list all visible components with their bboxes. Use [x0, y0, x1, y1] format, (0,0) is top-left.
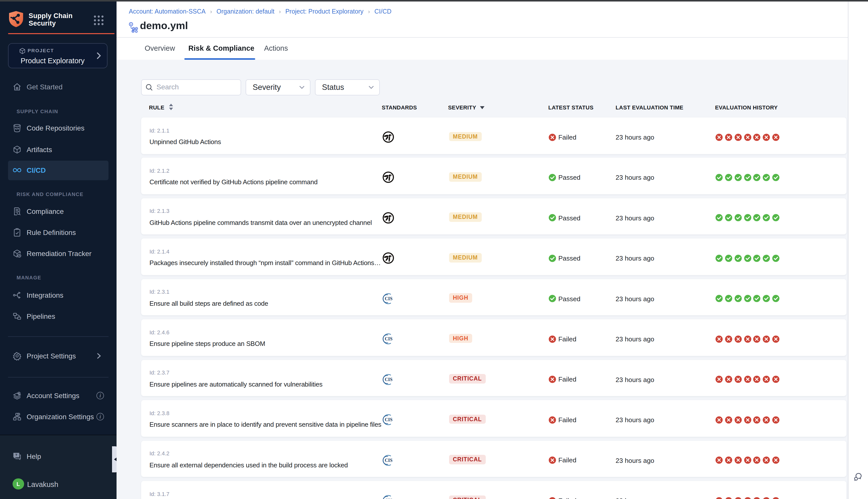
svg-text:?: ?: [15, 453, 17, 457]
